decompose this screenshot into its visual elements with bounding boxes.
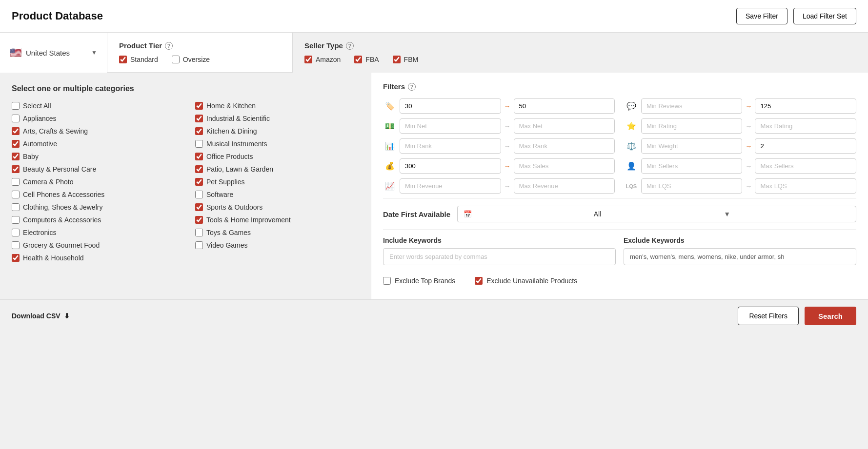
seller-fba[interactable]: FBA xyxy=(354,56,379,63)
max-reviews-input[interactable] xyxy=(755,98,856,114)
category-checkbox-4[interactable] xyxy=(12,127,20,135)
category-checkbox-10[interactable] xyxy=(12,165,20,173)
category-checkbox-9[interactable] xyxy=(195,153,203,160)
category-item-15[interactable]: Software xyxy=(195,190,359,199)
category-item-23[interactable]: Video Games xyxy=(195,240,359,250)
min-net-input[interactable] xyxy=(400,118,501,134)
max-net-input[interactable] xyxy=(514,118,615,134)
download-icon: ⬇ xyxy=(64,312,70,320)
category-item-5[interactable]: Kitchen & Dining xyxy=(195,126,359,136)
category-checkbox-23[interactable] xyxy=(195,241,203,249)
category-checkbox-14[interactable] xyxy=(12,191,20,198)
category-checkbox-8[interactable] xyxy=(12,153,20,160)
category-item-9[interactable]: Office Products xyxy=(195,152,359,161)
min-reviews-input[interactable] xyxy=(641,98,743,114)
category-item-8[interactable]: Baby xyxy=(12,152,176,161)
product-tier-standard[interactable]: Standard xyxy=(119,56,158,63)
min-weight-input[interactable] xyxy=(641,138,743,154)
exclude-keywords-input[interactable] xyxy=(624,248,856,265)
category-item-21[interactable]: Toys & Games xyxy=(195,228,359,237)
category-checkbox-13[interactable] xyxy=(195,178,203,186)
min-price-input[interactable] xyxy=(400,98,501,114)
rating-arrow: → xyxy=(745,122,752,130)
load-filter-set-button[interactable]: Load Filter Set xyxy=(793,8,856,24)
category-checkbox-0[interactable] xyxy=(12,102,20,110)
category-checkbox-16[interactable] xyxy=(12,203,20,211)
reset-filters-button[interactable]: Reset Filters xyxy=(738,307,799,325)
category-checkbox-21[interactable] xyxy=(195,229,203,236)
category-item-7[interactable]: Musical Instruments xyxy=(195,139,359,149)
exclude-top-brands-checkbox[interactable] xyxy=(383,277,391,285)
max-revenue-input[interactable] xyxy=(514,178,615,194)
category-item-3[interactable]: Industrial & Scientific xyxy=(195,114,359,123)
chevron-down-icon: ▼ xyxy=(91,49,97,56)
fbm-checkbox[interactable] xyxy=(393,56,401,63)
seller-type-info-icon[interactable]: ? xyxy=(346,42,354,50)
min-rank-input[interactable] xyxy=(400,138,501,154)
oversize-checkbox[interactable] xyxy=(172,56,180,63)
exclude-unavailable-item[interactable]: Exclude Unavailable Products xyxy=(475,277,577,285)
category-checkbox-7[interactable] xyxy=(195,140,203,148)
standard-checkbox[interactable] xyxy=(119,56,127,63)
country-selector[interactable]: 🇺🇸 United States ▼ xyxy=(0,33,107,73)
save-filter-button[interactable]: Save Filter xyxy=(736,8,787,24)
category-checkbox-17[interactable] xyxy=(195,203,203,211)
filters-info-icon[interactable]: ? xyxy=(408,83,416,91)
date-select[interactable]: 📅 All ▼ xyxy=(457,206,856,222)
category-item-1[interactable]: Home & Kitchen xyxy=(195,101,359,111)
seller-fbm[interactable]: FBM xyxy=(393,56,419,63)
category-item-24[interactable]: Health & Household xyxy=(12,253,176,263)
category-checkbox-12[interactable] xyxy=(12,178,20,186)
max-sellers-input[interactable] xyxy=(755,158,856,174)
min-sales-input[interactable] xyxy=(400,158,501,174)
exclude-unavailable-checkbox[interactable] xyxy=(475,277,483,285)
amazon-checkbox[interactable] xyxy=(304,56,312,63)
category-item-0[interactable]: Select All xyxy=(12,101,176,111)
category-checkbox-5[interactable] xyxy=(195,127,203,135)
min-rating-input[interactable] xyxy=(641,118,743,134)
category-item-22[interactable]: Grocery & Gourmet Food xyxy=(12,240,176,250)
category-item-20[interactable]: Electronics xyxy=(12,228,176,237)
category-checkbox-18[interactable] xyxy=(12,216,20,224)
max-lqs-input[interactable] xyxy=(755,178,856,194)
product-tier-info-icon[interactable]: ? xyxy=(165,42,173,50)
category-item-14[interactable]: Cell Phones & Accessories xyxy=(12,190,176,199)
min-revenue-input[interactable] xyxy=(400,178,501,194)
category-item-6[interactable]: Automotive xyxy=(12,139,176,149)
category-checkbox-24[interactable] xyxy=(12,254,20,262)
category-item-2[interactable]: Appliances xyxy=(12,114,176,123)
max-price-input[interactable] xyxy=(514,98,615,114)
category-item-11[interactable]: Patio, Lawn & Garden xyxy=(195,164,359,174)
category-item-12[interactable]: Camera & Photo xyxy=(12,177,176,187)
category-checkbox-19[interactable] xyxy=(195,216,203,224)
seller-amazon[interactable]: Amazon xyxy=(304,56,341,63)
category-item-16[interactable]: Clothing, Shoes & Jewelry xyxy=(12,202,176,212)
category-checkbox-3[interactable] xyxy=(195,115,203,122)
exclude-top-brands-item[interactable]: Exclude Top Brands xyxy=(383,277,455,285)
category-checkbox-11[interactable] xyxy=(195,165,203,173)
category-checkbox-22[interactable] xyxy=(12,241,20,249)
category-item-4[interactable]: Arts, Crafts & Sewing xyxy=(12,126,176,136)
search-button[interactable]: Search xyxy=(805,307,856,325)
download-csv-button[interactable]: Download CSV ⬇ xyxy=(12,312,70,320)
category-checkbox-20[interactable] xyxy=(12,229,20,236)
min-lqs-input[interactable] xyxy=(641,178,743,194)
max-sales-input[interactable] xyxy=(514,158,615,174)
max-rank-input[interactable] xyxy=(514,138,615,154)
fba-checkbox[interactable] xyxy=(354,56,362,63)
category-item-13[interactable]: Pet Supplies xyxy=(195,177,359,187)
top-panels: 🇺🇸 United States ▼ Product Tier ? Standa… xyxy=(0,33,868,73)
category-checkbox-2[interactable] xyxy=(12,115,20,122)
category-checkbox-15[interactable] xyxy=(195,191,203,198)
category-item-19[interactable]: Tools & Home Improvement xyxy=(195,215,359,225)
min-sellers-input[interactable] xyxy=(641,158,743,174)
include-keywords-input[interactable] xyxy=(383,248,616,265)
category-item-18[interactable]: Computers & Accessories xyxy=(12,215,176,225)
category-item-10[interactable]: Beauty & Personal Care xyxy=(12,164,176,174)
category-checkbox-1[interactable] xyxy=(195,102,203,110)
max-weight-input[interactable] xyxy=(755,138,856,154)
max-rating-input[interactable] xyxy=(755,118,856,134)
category-checkbox-6[interactable] xyxy=(12,140,20,148)
product-tier-oversize[interactable]: Oversize xyxy=(172,56,210,63)
category-item-17[interactable]: Sports & Outdoors xyxy=(195,202,359,212)
